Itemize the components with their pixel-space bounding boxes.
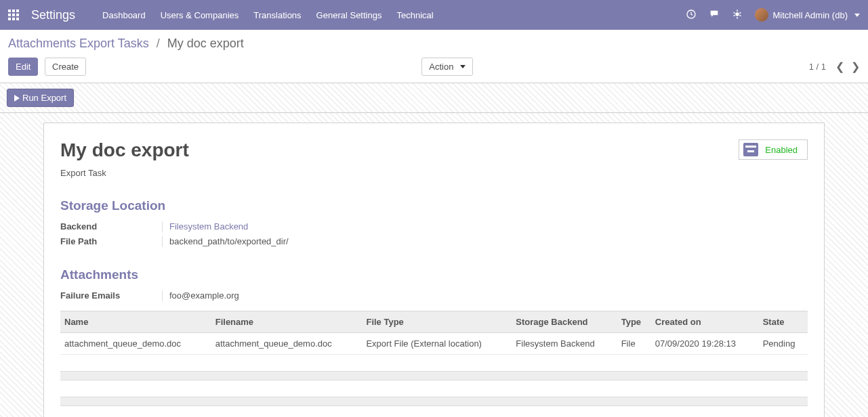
form-sheet: My doc export Export Task Enabled Storag… [43,123,825,417]
debug-icon[interactable] [732,9,743,22]
col-state[interactable]: State [759,311,808,333]
col-filename[interactable]: Filename [211,311,363,333]
cell-filetype: Export File (External location) [362,333,512,355]
svg-rect-3 [8,14,11,16]
nav-item-translations[interactable]: Translations [253,10,301,20]
run-export-button[interactable]: Run Export [7,89,74,107]
col-created[interactable]: Created on [651,311,759,333]
user-name: Mitchell Admin (db) [772,10,848,20]
field-label-filepath: File Path [60,236,162,246]
table-footer-bar [60,397,808,406]
svg-point-10 [736,12,739,16]
field-filepath: File Path backend_path/to/exported_dir/ [60,236,808,247]
nav-item-technical[interactable]: Technical [396,10,433,20]
field-failure-emails: Failure Emails foo@example.org [60,290,808,301]
status-label: Enabled [765,145,798,155]
edit-button[interactable]: Edit [8,58,38,76]
cell-backend: Filesystem Backend [512,333,617,355]
pager-prev[interactable]: ❮ [835,60,844,73]
field-value-failure: foo@example.org [169,290,239,301]
svg-rect-7 [12,18,15,20]
attachments-table: Name Filename File Type Storage Backend … [60,311,808,355]
archive-icon [743,143,758,156]
field-backend: Backend Filesystem Backend [60,221,808,232]
breadcrumb-sep: / [157,37,160,50]
section-attachments-title: Attachments [60,267,808,282]
action-label: Action [429,62,453,72]
svg-rect-6 [8,18,11,20]
col-filetype[interactable]: File Type [362,311,512,333]
nav-right: Mitchell Admin (db) [686,8,860,22]
cp-left: Edit Create [8,58,86,76]
nav-item-dashboard[interactable]: Dashboard [102,10,146,20]
field-value-filepath: backend_path/to/exported_dir/ [169,236,289,246]
field-label-backend: Backend [60,221,162,232]
field-value-backend[interactable]: Filesystem Backend [169,221,248,232]
svg-rect-2 [16,9,19,12]
svg-rect-1 [12,9,15,12]
chevron-down-icon [854,14,860,17]
cell-type: File [617,333,651,355]
pager-next[interactable]: ❯ [851,60,860,73]
cell-filename: attachment_queue_demo.doc [211,333,363,355]
breadcrumb-parent[interactable]: Attachments Export Tasks [8,37,149,50]
field-label-failure: Failure Emails [60,290,162,301]
section-storage-title: Storage Location [60,198,808,213]
nav-item-general-settings[interactable]: General Settings [316,10,382,20]
svg-rect-5 [16,14,19,16]
chevron-down-icon [460,65,466,68]
footer-bars [60,371,808,406]
breadcrumb: Attachments Export Tasks / My doc export [8,37,860,51]
col-type[interactable]: Type [617,311,651,333]
form-background: My doc export Export Task Enabled Storag… [0,113,868,417]
control-panel: Attachments Export Tasks / My doc export… [0,30,868,83]
messages-icon[interactable] [709,9,720,22]
user-menu[interactable]: Mitchell Admin (db) [755,8,860,22]
svg-rect-4 [12,14,15,16]
cp-middle: Action [86,58,809,76]
cell-state: Pending [759,333,808,355]
cell-created: 07/09/2020 19:28:13 [651,333,759,355]
page-title: My doc export [60,139,189,161]
top-nav: Settings Dashboard Users & Companies Tra… [0,0,868,30]
table-row[interactable]: attachment_queue_demo.doc attachment_que… [60,333,808,355]
table-footer-bar [60,371,808,380]
status-bar: Run Export [0,83,868,113]
svg-rect-0 [8,9,11,12]
run-export-label: Run Export [22,93,66,103]
col-backend[interactable]: Storage Backend [512,311,617,333]
page-subtitle: Export Task [60,168,189,178]
avatar [755,8,768,22]
cell-name: attachment_queue_demo.doc [60,333,211,355]
create-button[interactable]: Create [45,58,86,76]
app-brand[interactable]: Settings [31,8,75,22]
pager-text[interactable]: 1 / 1 [809,62,826,72]
action-dropdown[interactable]: Action [421,58,473,76]
nav-item-users[interactable]: Users & Companies [161,10,239,20]
svg-rect-8 [16,18,19,20]
apps-icon[interactable] [8,9,19,20]
cp-right: 1 / 1 ❮ ❯ [809,60,860,73]
status-badge[interactable]: Enabled [739,139,808,160]
col-name[interactable]: Name [60,311,211,333]
activities-icon[interactable] [686,9,697,22]
breadcrumb-current: My doc export [167,37,244,50]
nav-menu: Dashboard Users & Companies Translations… [102,10,434,20]
play-icon [14,95,20,102]
